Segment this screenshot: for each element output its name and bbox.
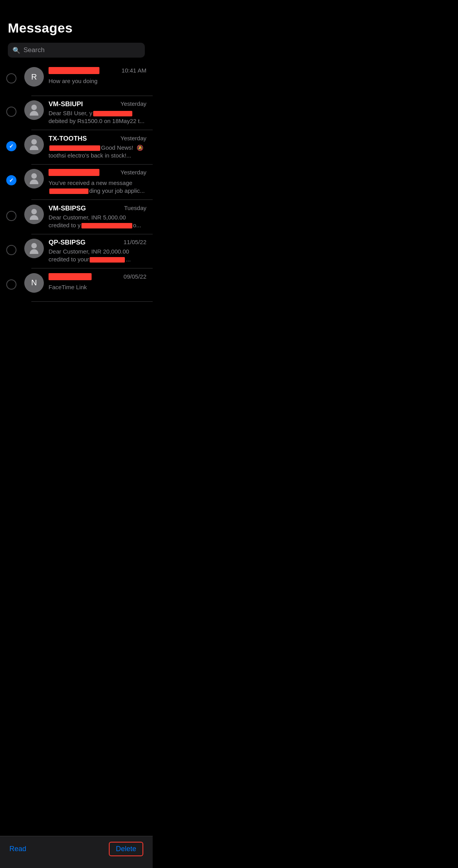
person-icon <box>29 105 40 116</box>
list-item[interactable]: TX-TOOTHS Yesterday Good News! 🔕 toothsi… <box>0 130 153 165</box>
message-checkbox[interactable] <box>6 175 16 185</box>
avatar <box>24 135 44 154</box>
message-content: VM-SBIPSG Tuesday Dear Customer, INR 5,0… <box>49 205 146 230</box>
person-icon <box>29 139 40 150</box>
avatar <box>24 100 44 120</box>
list-item[interactable]: R 10:41 AM How are you doing <box>0 62 153 96</box>
sender-name: TX-TOOTHS <box>49 135 117 143</box>
redacted-inline <box>49 188 88 194</box>
message-time: Yesterday <box>121 169 146 176</box>
message-time: Yesterday <box>121 100 146 107</box>
message-list: R 10:41 AM How are you doing <box>0 62 153 302</box>
sender-name: VM-SBIPSG <box>49 205 121 212</box>
search-placeholder: Search <box>23 46 45 54</box>
message-preview: How are you doing <box>49 77 146 85</box>
redacted-inline <box>93 111 132 116</box>
redacted-inline <box>90 257 125 263</box>
message-checkbox[interactable] <box>6 107 16 117</box>
sender-name <box>49 67 119 76</box>
message-content: Yesterday You've received a new message … <box>49 169 146 195</box>
redacted-inline <box>81 223 132 228</box>
redacted-inline <box>49 145 100 151</box>
message-preview: Dear SBI User, y debited by Rs1500.0 on … <box>49 109 146 125</box>
list-item[interactable]: VM-SBIUPI Yesterday Dear SBI User, y deb… <box>0 96 153 130</box>
message-content: VM-SBIUPI Yesterday Dear SBI User, y deb… <box>49 100 146 125</box>
message-time: 11/05/22 <box>124 239 146 245</box>
person-icon <box>29 243 40 254</box>
message-time: Tuesday <box>124 205 146 211</box>
message-checkbox[interactable] <box>6 73 16 83</box>
avatar <box>24 239 44 258</box>
message-time: 10:41 AM <box>122 67 146 74</box>
list-item[interactable]: VM-SBIPSG Tuesday Dear Customer, INR 5,0… <box>0 200 153 234</box>
redacted-name <box>49 273 92 280</box>
message-time: Yesterday <box>121 135 146 141</box>
message-checkbox[interactable] <box>6 279 16 290</box>
message-preview: Dear Customer, INR 20,000.00 credited to… <box>49 248 146 264</box>
message-checkbox[interactable] <box>6 245 16 255</box>
message-checkbox[interactable] <box>6 141 16 151</box>
list-item[interactable]: QP-SBIPSG 11/05/22 Dear Customer, INR 20… <box>0 234 153 268</box>
page-title: Messages <box>8 20 145 36</box>
avatar <box>24 169 44 188</box>
muted-icon: 🔕 <box>137 144 143 152</box>
page-header: Messages 🔍 Search <box>0 0 153 62</box>
sender-name <box>49 169 117 178</box>
message-time: 09/05/22 <box>124 273 146 280</box>
message-preview: You've received a new message ding your … <box>49 179 146 195</box>
redacted-name <box>49 169 99 176</box>
message-content: 09/05/22 FaceTime Link <box>49 273 146 291</box>
avatar: N <box>24 273 44 293</box>
person-icon <box>29 173 40 184</box>
message-content: 10:41 AM How are you doing <box>49 67 146 85</box>
sender-name <box>49 273 121 282</box>
list-item[interactable]: N 09/05/22 FaceTime Link <box>0 268 153 302</box>
message-preview: Good News! 🔕 toothsi electro's back in s… <box>49 144 146 160</box>
search-bar[interactable]: 🔍 Search <box>8 43 145 58</box>
redacted-name <box>49 67 99 74</box>
avatar <box>24 205 44 224</box>
message-preview: FaceTime Link <box>49 283 146 291</box>
avatar: R <box>24 67 44 87</box>
message-content: QP-SBIPSG 11/05/22 Dear Customer, INR 20… <box>49 239 146 264</box>
person-icon <box>29 209 40 220</box>
message-checkbox[interactable] <box>6 211 16 221</box>
sender-name: QP-SBIPSG <box>49 239 121 246</box>
search-icon: 🔍 <box>13 47 20 54</box>
sender-name: VM-SBIUPI <box>49 100 117 108</box>
list-item[interactable]: Yesterday You've received a new message … <box>0 164 153 200</box>
message-preview: Dear Customer, INR 5,000.00 credited to … <box>49 214 146 230</box>
message-content: TX-TOOTHS Yesterday Good News! 🔕 toothsi… <box>49 135 146 160</box>
